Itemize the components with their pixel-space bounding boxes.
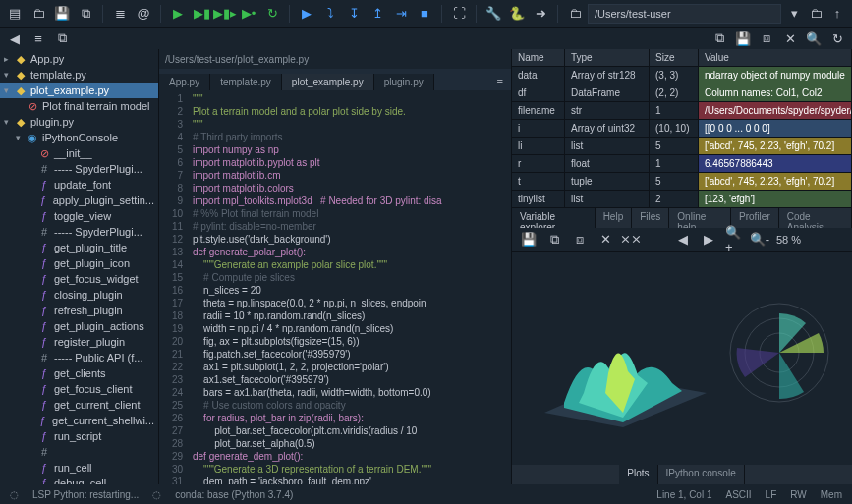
open-folder-icon[interactable]: 🗀	[29, 5, 47, 23]
outline-item[interactable]: ƒget_plugin_actions	[0, 318, 158, 334]
wrench-icon[interactable]: 🔧	[484, 5, 502, 23]
env-status[interactable]: conda: base (Python 3.7.4)	[175, 489, 293, 500]
outline-item[interactable]: ƒget_focus_client	[0, 381, 158, 397]
encoding-status[interactable]: ASCII	[725, 489, 751, 500]
copy-plot-icon[interactable]: ⧈	[571, 231, 589, 249]
editor-tab[interactable]: plot_example.py	[282, 74, 374, 90]
step-out-icon[interactable]: ↥	[369, 5, 386, 23]
outline-item[interactable]: ƒget_current_client	[0, 397, 158, 413]
save-all-plots-icon[interactable]: ⧉	[545, 231, 563, 249]
step-over-icon[interactable]: ⤵	[321, 5, 339, 23]
editor-tab[interactable]: template.py	[210, 74, 282, 90]
outline-item[interactable]: ▸◆App.py	[0, 51, 158, 67]
outline-item[interactable]: ⊘__init__	[0, 145, 158, 161]
step-into-icon[interactable]: ↧	[345, 5, 363, 23]
zoom-out-icon[interactable]: 🔍-	[751, 231, 768, 249]
list-icon[interactable]: ≣	[111, 5, 129, 23]
zoom-in-icon[interactable]: 🔍+	[725, 231, 743, 249]
col-name[interactable]: Name	[512, 49, 565, 67]
save-all-icon[interactable]: ⧉	[77, 5, 94, 23]
maximize-icon[interactable]: ⛶	[450, 5, 468, 23]
outline-item[interactable]: ƒget_plugin_title	[0, 240, 158, 255]
cwd-dropdown-icon[interactable]: ▾	[785, 5, 803, 23]
path-icon[interactable]: ➜	[532, 5, 549, 23]
save-icon[interactable]: 💾	[53, 5, 71, 23]
eol-status[interactable]: LF	[766, 489, 777, 500]
outline-item[interactable]: ƒtoggle_view	[0, 208, 158, 224]
panel-tab[interactable]: Online help	[669, 208, 731, 228]
search-icon[interactable]: 🔍	[805, 29, 823, 47]
history-icon[interactable]: ≡	[29, 29, 47, 47]
outline-item[interactable]: ▾◆plugin.py	[0, 114, 158, 130]
variable-row[interactable]: lilist5['abcd', 745, 2.23, 'efgh', 70.2]	[512, 138, 852, 155]
outline-item[interactable]: ƒrefresh_plugin	[0, 303, 158, 318]
working-directory-input[interactable]	[588, 4, 781, 24]
stop-debug-icon[interactable]: ■	[416, 5, 433, 23]
python-icon[interactable]: 🐍	[508, 5, 526, 23]
outline-item[interactable]: ▾◉iPythonConsole	[0, 130, 158, 145]
panel-tab[interactable]: Files	[632, 208, 669, 228]
outline-item[interactable]: ▾◆template.py	[0, 67, 158, 83]
right-tool-2-icon[interactable]: 💾	[734, 29, 752, 47]
outline-item[interactable]: ƒget_clients	[0, 365, 158, 381]
run-selection-icon[interactable]: ▶•	[240, 5, 257, 23]
run-icon[interactable]: ▶	[169, 5, 187, 23]
right-tool-3-icon[interactable]: ⧈	[758, 29, 775, 47]
outline-item[interactable]: ƒget_plugin_icon	[0, 255, 158, 271]
editor-tab[interactable]: App.py	[159, 74, 210, 90]
next-plot-icon[interactable]: ▶	[700, 231, 717, 249]
rerun-icon[interactable]: ↻	[263, 5, 281, 23]
right-tool-1-icon[interactable]: ⧉	[710, 29, 728, 47]
variable-row[interactable]: filenamestr1/Users/Documents/spyder/spyd…	[512, 102, 852, 120]
outline-item[interactable]: ƒrun_cell	[0, 460, 158, 476]
lsp-status[interactable]: LSP Python: restarting...	[32, 489, 139, 500]
run-cell-icon[interactable]: ▶▮	[193, 5, 210, 23]
panel-tab[interactable]: Variable explorer	[512, 208, 596, 228]
outline-item[interactable]: #----- SpyderPlugi...	[0, 161, 158, 177]
col-type[interactable]: Type	[565, 49, 650, 67]
outline-item[interactable]: ▾◆plot_example.py	[0, 83, 158, 98]
close-all-plots-icon[interactable]: ⨯⨯	[622, 231, 640, 249]
chevron-left-icon[interactable]: ◀	[6, 29, 24, 47]
run-cell-advance-icon[interactable]: ▶▮▸	[216, 5, 234, 23]
outline-item[interactable]: ƒget_focus_widget	[0, 271, 158, 287]
outline-item[interactable]: ƒclosing_plugin	[0, 287, 158, 303]
outline-item[interactable]: ⊘Plot final terrain model	[0, 98, 158, 114]
refresh-icon[interactable]: ↻	[828, 29, 846, 47]
variable-row[interactable]: iArray of uint32(10, 10)[[0 0 0 ... 0 0 …	[512, 120, 852, 138]
variable-row[interactable]: dfDataFrame(2, 2)Column names: Col1, Col…	[512, 84, 852, 102]
col-value[interactable]: Value	[699, 49, 852, 67]
variable-row[interactable]: tinylistlist2[123, 'efgh']	[512, 191, 852, 208]
debug-icon[interactable]: ▶	[298, 5, 315, 23]
code-body[interactable]: """Plot a terrain model and a polar plot…	[189, 90, 511, 484]
copy-icon[interactable]: ⧉	[53, 29, 71, 47]
at-icon[interactable]: @	[135, 5, 152, 23]
right-tool-4-icon[interactable]: ✕	[781, 29, 799, 47]
outline-item[interactable]: ƒget_current_shellwi...	[0, 413, 158, 428]
new-file-icon[interactable]: ▤	[6, 5, 24, 23]
outline-item[interactable]: #	[0, 444, 158, 460]
code-editor[interactable]: 1234567891011121314151617181920212223242…	[159, 90, 511, 484]
outline-item[interactable]: ƒupdate_font	[0, 177, 158, 193]
outline-item[interactable]: #----- Public API (f...	[0, 350, 158, 365]
close-plot-icon[interactable]: ✕	[596, 231, 614, 249]
outline-item[interactable]: ƒapply_plugin_settin...	[0, 193, 158, 208]
outline-item[interactable]: ƒregister_plugin	[0, 334, 158, 350]
bottom-tab[interactable]: Plots	[619, 465, 657, 484]
panel-tab[interactable]: Help	[596, 208, 633, 228]
panel-tab[interactable]: Code Analysis	[779, 208, 852, 228]
variable-row[interactable]: rfloat16.46567886443	[512, 155, 852, 173]
outline-item[interactable]: ƒrun_script	[0, 428, 158, 444]
bottom-tab[interactable]: IPython console	[658, 465, 745, 484]
prev-plot-icon[interactable]: ◀	[674, 231, 692, 249]
continue-icon[interactable]: ⇥	[392, 5, 410, 23]
cwd-parent-icon[interactable]: ↑	[828, 5, 846, 23]
variable-row[interactable]: ttuple5['abcd', 745, 2.23, 'efgh', 70.2]	[512, 173, 852, 191]
variable-row[interactable]: dataArray of str128(3, 3)ndarray object …	[512, 67, 852, 84]
editor-menu-icon[interactable]: ≡	[489, 73, 511, 90]
outline-item[interactable]: ƒdebug_cell	[0, 476, 158, 484]
outline-item[interactable]: #----- SpyderPlugi...	[0, 224, 158, 240]
cwd-browse-icon[interactable]: 🗀	[807, 5, 824, 23]
col-size[interactable]: Size	[650, 49, 699, 67]
save-plot-icon[interactable]: 💾	[520, 231, 538, 249]
